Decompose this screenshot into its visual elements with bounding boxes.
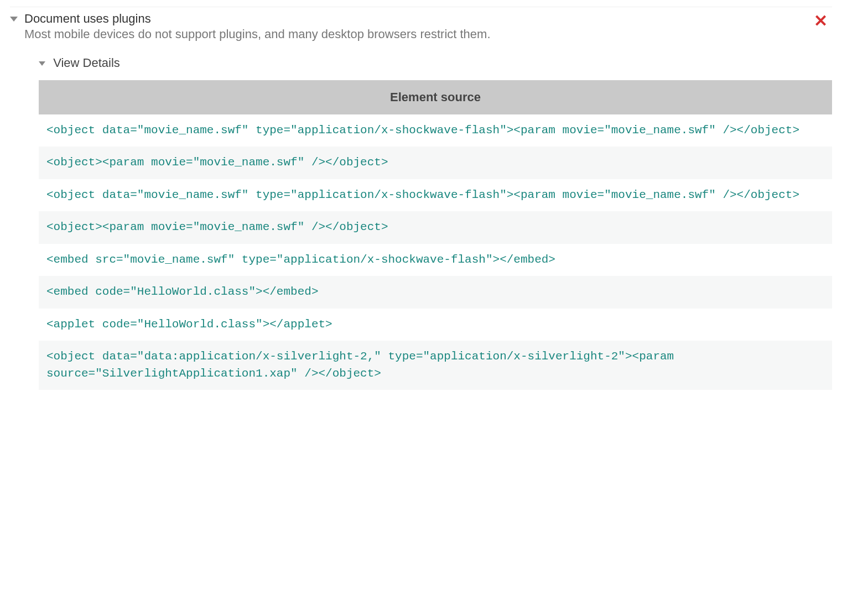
- table-row: <embed code="HelloWorld.class"></embed>: [39, 276, 832, 308]
- table-row: <object><param movie="movie_name.swf" />…: [39, 147, 832, 179]
- view-details-toggle[interactable]: View Details: [39, 56, 832, 70]
- view-details-label: View Details: [53, 56, 120, 70]
- table-row: <object data="movie_name.swf" type="appl…: [39, 114, 832, 147]
- element-source-table: Element source <object data="movie_name.…: [39, 80, 832, 390]
- table-row: <object data="data:application/x-silverl…: [39, 341, 832, 390]
- audit-title: Document uses plugins: [24, 12, 151, 25]
- chevron-down-icon[interactable]: [10, 17, 18, 22]
- table-header: Element source: [39, 80, 832, 114]
- fail-status-icon: ✕: [803, 12, 832, 29]
- table-row: <applet code="HelloWorld.class"></applet…: [39, 309, 832, 341]
- chevron-down-icon[interactable]: [39, 61, 45, 66]
- audit-header: Document uses plugins Most mobile device…: [24, 12, 803, 41]
- table-row: <object><param movie="movie_name.swf" />…: [39, 211, 832, 243]
- audit-item: Document uses plugins Most mobile device…: [10, 7, 832, 390]
- table-row: <object data="movie_name.swf" type="appl…: [39, 179, 832, 211]
- details-section: View Details Element source <object data…: [24, 56, 832, 390]
- audit-description: Most mobile devices do not support plugi…: [24, 27, 803, 41]
- table-row: <embed src="movie_name.swf" type="applic…: [39, 244, 832, 276]
